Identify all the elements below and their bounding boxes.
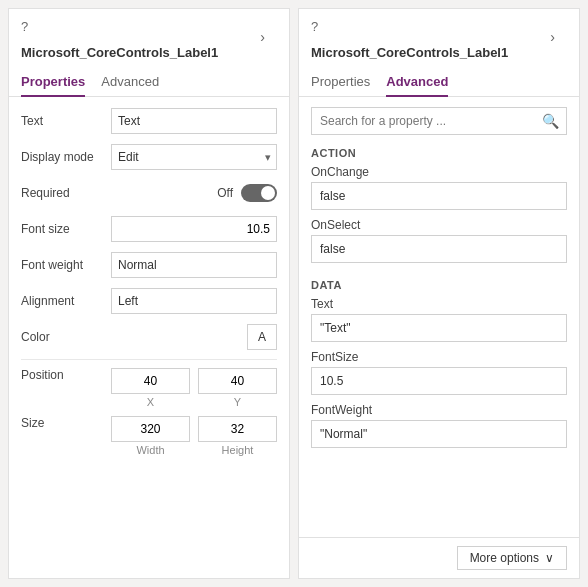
- position-x-col: X: [111, 368, 190, 408]
- prop-row-alignment: Alignment: [21, 287, 277, 315]
- prop-label-font-weight: Font weight: [21, 258, 111, 272]
- size-width-label: Width: [136, 444, 164, 456]
- prop-label-text: Text: [21, 114, 111, 128]
- panel-footer: More options ∨: [299, 537, 579, 578]
- prop-value-alignment: [111, 288, 277, 314]
- panel-tabs-left: Properties Advanced: [9, 68, 289, 97]
- prop-row-position: Position X Y: [21, 368, 277, 408]
- prop-row-required: Required Off: [21, 179, 277, 207]
- prop-row-text: Text: [21, 107, 277, 135]
- tab-advanced-left[interactable]: Advanced: [101, 68, 159, 97]
- size-width-input[interactable]: [111, 416, 190, 442]
- adv-input-onchange[interactable]: [311, 182, 567, 210]
- left-panel: ? › Microsoft_CoreControls_Label1 Proper…: [8, 8, 290, 579]
- search-icon: 🔍: [542, 113, 559, 129]
- adv-label-fontweight: FontWeight: [311, 403, 567, 417]
- prop-label-alignment: Alignment: [21, 294, 111, 308]
- section-divider-1: [21, 359, 277, 360]
- position-x-input[interactable]: [111, 368, 190, 394]
- more-options-label: More options: [470, 551, 539, 565]
- alignment-input[interactable]: [111, 288, 277, 314]
- toggle-wrap-required: Off: [111, 184, 277, 202]
- size-height-label: Height: [222, 444, 254, 456]
- tab-advanced-right[interactable]: Advanced: [386, 68, 448, 97]
- position-inputs: X Y: [111, 368, 277, 408]
- size-inputs: Width Height: [111, 416, 277, 456]
- tab-properties-left[interactable]: Properties: [21, 68, 85, 97]
- prop-label-position: Position: [21, 368, 111, 382]
- adv-label-onselect: OnSelect: [311, 218, 567, 232]
- prop-value-required: Off: [111, 184, 277, 202]
- size-width-col: Width: [111, 416, 190, 456]
- font-size-input[interactable]: [111, 216, 277, 242]
- adv-label-fontsize: FontSize: [311, 350, 567, 364]
- adv-label-onchange: OnChange: [311, 165, 567, 179]
- prop-row-display-mode: Display mode Edit View Disabled ▾: [21, 143, 277, 171]
- prop-label-color: Color: [21, 330, 111, 344]
- prop-value-font-size: [111, 216, 277, 242]
- more-options-arrow-icon: ∨: [545, 551, 554, 565]
- panel-body-left: Text Display mode Edit View Disabled ▾ R…: [9, 97, 289, 578]
- required-toggle[interactable]: [241, 184, 277, 202]
- size-height-input[interactable]: [198, 416, 277, 442]
- adv-label-text: Text: [311, 297, 567, 311]
- display-mode-select[interactable]: Edit View Disabled: [111, 144, 277, 170]
- position-y-col: Y: [198, 368, 277, 408]
- position-y-input[interactable]: [198, 368, 277, 394]
- tab-properties-right[interactable]: Properties: [311, 68, 370, 97]
- prop-row-color: Color A: [21, 323, 277, 351]
- prop-row-font-weight: Font weight: [21, 251, 277, 279]
- panel-body-right: 🔍 ACTION OnChange OnSelect DATA Text Fon…: [299, 97, 579, 537]
- toggle-off-label: Off: [217, 186, 233, 200]
- position-y-label: Y: [234, 396, 241, 408]
- right-panel: ? › Microsoft_CoreControls_Label1 Proper…: [298, 8, 580, 579]
- adv-input-onselect[interactable]: [311, 235, 567, 263]
- nav-arrow-left[interactable]: ›: [260, 19, 277, 45]
- prop-value-color: A: [111, 324, 277, 350]
- prop-row-font-size: Font size: [21, 215, 277, 243]
- panel-title-left: Microsoft_CoreControls_Label1: [21, 45, 277, 60]
- help-icon-left[interactable]: ?: [21, 19, 28, 34]
- prop-value-text: [111, 108, 277, 134]
- prop-label-size: Size: [21, 416, 111, 430]
- color-picker-box[interactable]: A: [247, 324, 277, 350]
- position-x-label: X: [147, 396, 154, 408]
- text-input[interactable]: [111, 108, 277, 134]
- nav-arrow-right[interactable]: ›: [550, 19, 567, 45]
- adv-input-fontweight[interactable]: [311, 420, 567, 448]
- prop-label-font-size: Font size: [21, 222, 111, 236]
- prop-row-size: Size Width Height: [21, 416, 277, 456]
- adv-input-fontsize[interactable]: [311, 367, 567, 395]
- search-wrap: 🔍: [311, 107, 567, 135]
- more-options-button[interactable]: More options ∨: [457, 546, 567, 570]
- prop-value-font-weight: [111, 252, 277, 278]
- section-header-action: ACTION: [311, 147, 567, 159]
- toggle-knob: [261, 186, 275, 200]
- adv-input-text[interactable]: [311, 314, 567, 342]
- panel-tabs-right: Properties Advanced: [299, 68, 579, 97]
- prop-value-display-mode: Edit View Disabled ▾: [111, 144, 277, 170]
- prop-label-display-mode: Display mode: [21, 150, 111, 164]
- prop-label-required: Required: [21, 186, 111, 200]
- panel-title-right: Microsoft_CoreControls_Label1: [311, 45, 567, 60]
- size-height-col: Height: [198, 416, 277, 456]
- search-input[interactable]: [311, 107, 567, 135]
- help-icon-right[interactable]: ?: [311, 19, 318, 34]
- font-weight-input[interactable]: [111, 252, 277, 278]
- section-header-data: DATA: [311, 279, 567, 291]
